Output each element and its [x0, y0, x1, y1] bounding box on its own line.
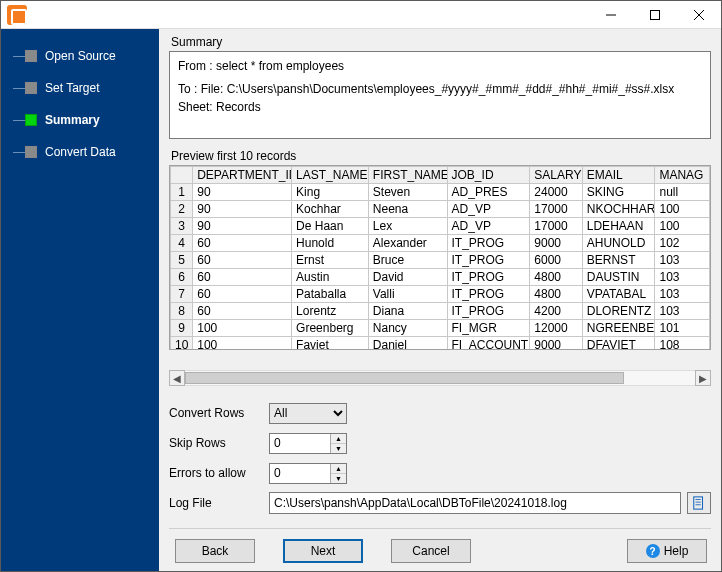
cell[interactable]: 103 [655, 252, 710, 269]
cell[interactable]: 24000 [530, 184, 582, 201]
cell[interactable]: Pataballa [292, 286, 369, 303]
cell[interactable]: 17000 [530, 218, 582, 235]
cell[interactable]: Hunold [292, 235, 369, 252]
cell[interactable]: Austin [292, 269, 369, 286]
cell[interactable]: 108 [655, 337, 710, 351]
column-header[interactable]: MANAG [655, 167, 710, 184]
cell[interactable]: 90 [193, 184, 292, 201]
cell[interactable]: Daniel [368, 337, 447, 351]
cell[interactable]: 4800 [530, 269, 582, 286]
cell[interactable]: LDEHAAN [582, 218, 655, 235]
scroll-left-icon[interactable]: ◀ [169, 370, 185, 386]
convert-rows-select[interactable]: All [269, 403, 347, 424]
spin-up-icon[interactable]: ▲ [331, 434, 346, 444]
cell[interactable]: 103 [655, 269, 710, 286]
column-header[interactable]: DEPARTMENT_ID [193, 167, 292, 184]
horizontal-scrollbar[interactable]: ◀ ▶ [169, 370, 711, 386]
cell[interactable]: King [292, 184, 369, 201]
preview-table[interactable]: DEPARTMENT_IDLAST_NAMEFIRST_NAMEJOB_IDSA… [169, 165, 711, 350]
cell[interactable]: Neena [368, 201, 447, 218]
cell[interactable]: NGREENBE [582, 320, 655, 337]
table-row[interactable]: 10100FavietDanielFI_ACCOUNT9000DFAVIET10… [171, 337, 710, 351]
help-button[interactable]: ? Help [627, 539, 707, 563]
cell[interactable]: Lex [368, 218, 447, 235]
cell[interactable]: 60 [193, 286, 292, 303]
cell[interactable]: Nancy [368, 320, 447, 337]
cell[interactable]: 6000 [530, 252, 582, 269]
cell[interactable]: 103 [655, 286, 710, 303]
cell[interactable]: FI_MGR [447, 320, 530, 337]
cell[interactable]: 60 [193, 303, 292, 320]
cell[interactable]: IT_PROG [447, 252, 530, 269]
cell[interactable]: 100 [655, 218, 710, 235]
errors-allow-input[interactable] [270, 464, 330, 483]
cell[interactable]: 100 [655, 201, 710, 218]
cell[interactable]: Diana [368, 303, 447, 320]
table-row[interactable]: 190KingStevenAD_PRES24000SKINGnull [171, 184, 710, 201]
cell[interactable]: 102 [655, 235, 710, 252]
skip-rows-spinner[interactable]: ▲▼ [269, 433, 347, 454]
next-button[interactable]: Next [283, 539, 363, 563]
cell[interactable]: IT_PROG [447, 286, 530, 303]
cell[interactable]: Alexander [368, 235, 447, 252]
cell[interactable]: FI_ACCOUNT [447, 337, 530, 351]
cancel-button[interactable]: Cancel [391, 539, 471, 563]
cell[interactable]: AD_VP [447, 218, 530, 235]
table-row[interactable]: 860LorentzDianaIT_PROG4200DLORENTZ103 [171, 303, 710, 320]
cell[interactable]: Greenberg [292, 320, 369, 337]
cell[interactable]: 17000 [530, 201, 582, 218]
cell[interactable]: 4200 [530, 303, 582, 320]
cell[interactable]: 103 [655, 303, 710, 320]
scroll-thumb[interactable] [185, 372, 624, 384]
cell[interactable]: DAUSTIN [582, 269, 655, 286]
cell[interactable]: Steven [368, 184, 447, 201]
cell[interactable]: VPATABAL [582, 286, 655, 303]
cell[interactable]: 100 [193, 337, 292, 351]
cell[interactable]: 9000 [530, 235, 582, 252]
step-convert-data[interactable]: Convert Data [13, 139, 159, 165]
cell[interactable]: 90 [193, 201, 292, 218]
cell[interactable]: Faviet [292, 337, 369, 351]
cell[interactable]: Kochhar [292, 201, 369, 218]
column-header[interactable]: LAST_NAME [292, 167, 369, 184]
cell[interactable]: 60 [193, 269, 292, 286]
cell[interactable]: Valli [368, 286, 447, 303]
table-row[interactable]: 9100GreenbergNancyFI_MGR12000NGREENBE101 [171, 320, 710, 337]
spin-down-icon[interactable]: ▼ [331, 444, 346, 453]
errors-allow-spinner[interactable]: ▲▼ [269, 463, 347, 484]
cell[interactable]: DLORENTZ [582, 303, 655, 320]
table-row[interactable]: 390De HaanLexAD_VP17000LDEHAAN100 [171, 218, 710, 235]
cell[interactable]: IT_PROG [447, 235, 530, 252]
cell[interactable]: IT_PROG [447, 269, 530, 286]
spin-up-icon[interactable]: ▲ [331, 464, 346, 474]
table-row[interactable]: 560ErnstBruceIT_PROG6000BERNST103 [171, 252, 710, 269]
close-button[interactable] [677, 1, 721, 29]
cell[interactable]: AHUNOLD [582, 235, 655, 252]
cell[interactable]: De Haan [292, 218, 369, 235]
cell[interactable]: Bruce [368, 252, 447, 269]
cell[interactable]: AD_PRES [447, 184, 530, 201]
cell[interactable]: AD_VP [447, 201, 530, 218]
cell[interactable]: David [368, 269, 447, 286]
cell[interactable]: 100 [193, 320, 292, 337]
cell[interactable]: 12000 [530, 320, 582, 337]
table-row[interactable]: 760PataballaValliIT_PROG4800VPATABAL103 [171, 286, 710, 303]
cell[interactable]: 90 [193, 218, 292, 235]
cell[interactable]: 4800 [530, 286, 582, 303]
column-header[interactable]: EMAIL [582, 167, 655, 184]
cell[interactable]: Ernst [292, 252, 369, 269]
scroll-track[interactable] [185, 370, 695, 386]
back-button[interactable]: Back [175, 539, 255, 563]
column-header[interactable]: JOB_ID [447, 167, 530, 184]
column-header[interactable]: SALARY [530, 167, 582, 184]
cell[interactable]: DFAVIET [582, 337, 655, 351]
table-row[interactable]: 290KochharNeenaAD_VP17000NKOCHHAR100 [171, 201, 710, 218]
step-summary[interactable]: Summary [13, 107, 159, 133]
maximize-button[interactable] [633, 1, 677, 29]
log-file-input[interactable] [269, 492, 681, 514]
table-row[interactable]: 460HunoldAlexanderIT_PROG9000AHUNOLD102 [171, 235, 710, 252]
cell[interactable]: IT_PROG [447, 303, 530, 320]
cell[interactable]: NKOCHHAR [582, 201, 655, 218]
minimize-button[interactable] [589, 1, 633, 29]
table-row[interactable]: 660AustinDavidIT_PROG4800DAUSTIN103 [171, 269, 710, 286]
